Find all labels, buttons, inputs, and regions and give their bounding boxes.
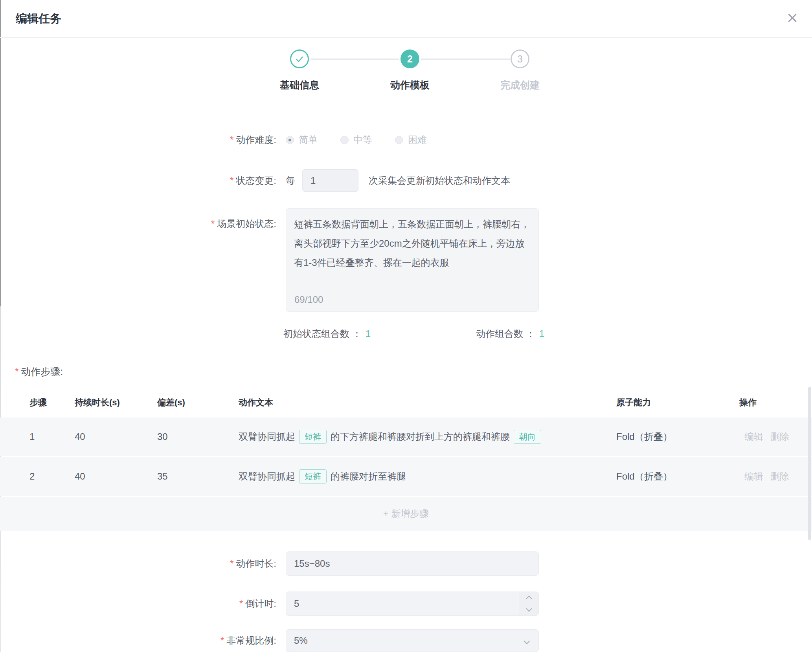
deviation-cell: 30: [157, 431, 239, 442]
action-text-cell: 双臂协同抓起短裤的裤腰对折至裤腿: [239, 469, 616, 484]
action-text: 的下方裤腿和裤腰对折到上方的裤腿和裤腰: [331, 430, 510, 443]
state-change-row: *状态变更: 每 次采集会更新初始状态和动作文本: [0, 169, 812, 192]
action-text-cell: 双臂协同抓起短裤的下方裤腿和裤腰对折到上方的裤腿和裤腰朝向: [239, 430, 616, 444]
required-asterisk: *: [230, 175, 233, 186]
countdown-label: *倒计时:: [0, 597, 276, 610]
action-text: 双臂协同抓起: [239, 470, 295, 483]
action-duration-row: *动作时长:: [0, 551, 812, 576]
column-header: 动作文本: [239, 397, 616, 408]
edit-link[interactable]: 编辑: [744, 430, 763, 443]
dialog-title: 编辑任务: [16, 11, 61, 27]
add-step-button[interactable]: + 新增步骤: [383, 507, 429, 520]
step-connector: [310, 59, 399, 60]
radio-selected-icon: [286, 136, 294, 144]
initial-combos-label: 初始状态组合数 ：: [283, 328, 362, 340]
radio-icon: [395, 136, 403, 144]
delete-link[interactable]: 删除: [770, 470, 789, 483]
column-header: 步骤: [29, 397, 75, 408]
unusual-ratio-value: 5%: [294, 630, 308, 652]
required-asterisk: *: [230, 134, 233, 145]
difficulty-row: *动作难度: 简单中等困难: [0, 132, 812, 148]
action-combos-value: 1: [539, 328, 544, 339]
add-step-row: + 新增步骤: [0, 497, 812, 531]
required-asterisk: *: [230, 558, 233, 569]
step-label-3: 完成创建: [477, 79, 563, 92]
step-connector: [421, 59, 510, 60]
step-number-cell: 2: [29, 471, 75, 482]
scene-state-row: *场景初始状态: 短裤五条数据背面朝上，五条数据正面朝上，裤腰朝右，离头部视野下…: [0, 208, 812, 312]
scene-state-textarea[interactable]: 短裤五条数据背面朝上，五条数据正面朝上，裤腰朝右，离头部视野下方至少20cm之外…: [286, 208, 539, 312]
atomic-ability-cell: Fold（折叠）: [616, 470, 739, 483]
chevron-up-icon: [526, 595, 532, 602]
action-duration-label: *动作时长:: [0, 557, 276, 570]
action-text: 双臂协同抓起: [239, 430, 295, 443]
step-indicator-2: 2: [400, 49, 419, 68]
table-row: 24035双臂协同抓起短裤的裤腰对折至裤腿Fold（折叠）编辑删除: [0, 457, 812, 496]
difficulty-radio-3[interactable]: 困难: [395, 134, 427, 146]
state-change-input[interactable]: [302, 169, 358, 192]
check-icon: [295, 56, 304, 62]
initial-combos-value: 1: [366, 328, 371, 339]
action-steps-label: *动作步骤:: [15, 364, 63, 379]
table-row: 14030双臂协同抓起短裤的下方裤腿和裤腰对折到上方的裤腿和裤腰朝向Fold（折…: [0, 418, 812, 456]
edit-link[interactable]: 编辑: [744, 470, 763, 483]
entity-tag: 短裤: [299, 469, 327, 484]
action-text: 的裤腰对折至裤腿: [331, 470, 406, 483]
column-header: 持续时长(s): [75, 397, 157, 408]
entity-tag: 朝向: [514, 430, 541, 444]
scene-state-label: *场景初始状态:: [0, 208, 276, 230]
close-button[interactable]: [785, 11, 799, 25]
difficulty-label: *动作难度:: [0, 134, 276, 146]
scene-state-text: 短裤五条数据背面朝上，五条数据正面朝上，裤腰朝右，离头部视野下方至少20cm之外…: [294, 214, 531, 272]
countdown-input[interactable]: [286, 592, 539, 616]
operations-cell: 编辑删除: [739, 430, 812, 443]
deviation-cell: 35: [157, 471, 239, 482]
step-indicator-3: 3: [511, 49, 529, 68]
required-asterisk: *: [239, 598, 243, 609]
unusual-ratio-select[interactable]: 5%: [286, 629, 539, 652]
steps-table-body: 14030双臂协同抓起短裤的下方裤腿和裤腰对折到上方的裤腿和裤腰朝向Fold（折…: [0, 418, 812, 531]
difficulty-radio-1[interactable]: 简单: [286, 134, 318, 146]
dialog-header: 编辑任务: [0, 0, 812, 38]
scrollbar-thumb[interactable]: [808, 387, 811, 540]
action-combos-label: 动作组合数 ：: [476, 328, 535, 340]
delete-link[interactable]: 删除: [770, 430, 789, 443]
difficulty-radio-group: 简单中等困难: [286, 134, 427, 146]
unusual-ratio-row: *非常规比例: 5%: [0, 629, 812, 652]
step-indicator-1: [290, 49, 309, 68]
column-header: 操作: [739, 397, 812, 408]
step-label-1: 基础信息: [256, 79, 343, 92]
chevron-down-icon: [526, 606, 532, 612]
radio-label: 中等: [353, 134, 372, 146]
column-header: 原子能力: [616, 397, 739, 408]
radio-label: 困难: [408, 134, 427, 146]
radio-icon: [340, 136, 349, 144]
entity-tag: 短裤: [299, 430, 327, 444]
required-asterisk: *: [15, 366, 18, 377]
unusual-ratio-label: *非常规比例:: [0, 634, 276, 647]
action-duration-input[interactable]: [286, 551, 539, 576]
char-counter: 69/100: [294, 294, 323, 305]
duration-cell: 40: [75, 471, 157, 482]
combo-counts-row: 初始状态组合数 ： 1 动作组合数 ： 1: [0, 326, 812, 342]
chevron-down-icon: [524, 638, 530, 645]
radio-label: 简单: [299, 134, 318, 146]
difficulty-radio-2[interactable]: 中等: [340, 134, 372, 146]
stepper: 基础信息2动作模板3完成创建: [0, 49, 812, 101]
edit-task-dialog: 编辑任务 基础信息2动作模板3完成创建 *动作难度: 简单中等困难 *状态变更:…: [0, 0, 812, 652]
state-change-suffix: 次采集会更新初始状态和动作文本: [369, 174, 510, 187]
countdown-row: *倒计时:: [0, 592, 812, 616]
state-change-prefix: 每: [286, 174, 295, 187]
steps-table-header: 步骤持续时长(s)偏差(s)动作文本原子能力操作: [0, 388, 812, 417]
step-label-2: 动作模板: [367, 79, 453, 92]
operations-cell: 编辑删除: [739, 470, 812, 483]
duration-cell: 40: [75, 431, 157, 442]
required-asterisk: *: [220, 635, 224, 646]
state-change-label: *状态变更:: [0, 174, 276, 187]
atomic-ability-cell: Fold（折叠）: [616, 430, 739, 443]
column-header: 偏差(s): [157, 397, 239, 408]
stepper-up-button[interactable]: [519, 592, 538, 604]
required-asterisk: *: [211, 218, 215, 229]
stepper-down-button[interactable]: [519, 604, 538, 616]
countdown-stepper: [519, 592, 538, 615]
